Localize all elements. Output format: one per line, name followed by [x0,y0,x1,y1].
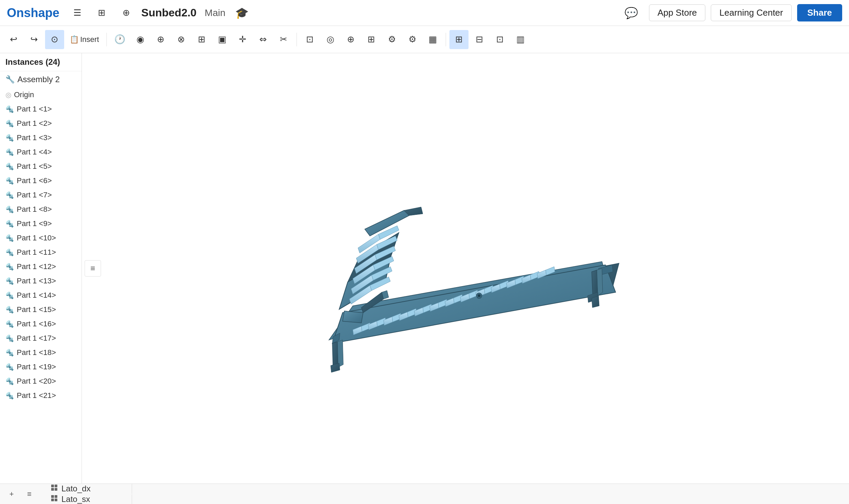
parts-button[interactable]: ◉ [131,30,150,49]
insert-icon: 📋 [70,35,79,44]
learning-center-button[interactable]: Learning Center [711,4,791,21]
tool2-button[interactable]: ⊞ [362,30,381,49]
tab-list-button[interactable]: ≡ [22,487,37,502]
sidebar-item-label-17: Part 1 <17> [17,334,56,343]
sidebar-item-label-2: Part 1 <2> [17,119,52,128]
sidebar-item-label-9: Part 1 <9> [17,219,52,228]
view-mode-button[interactable]: ⊞ [92,3,111,23]
share-button[interactable]: Share [797,4,842,21]
sidebar-item-7[interactable]: 🔩Part 1 <7> [0,188,82,202]
3d-viewport[interactable]: ≡ [82,53,849,484]
collapse-sidebar-button[interactable]: ≡ [85,260,101,277]
sidebar-item-8[interactable]: 🔩Part 1 <8> [0,202,82,217]
sidebar-item-label-16: Part 1 <16> [17,320,56,328]
sidebar-item-15[interactable]: 🔩Part 1 <15> [0,302,82,317]
select-button[interactable]: ⊙ [45,30,64,49]
sidebar-item-5[interactable]: 🔩Part 1 <5> [0,159,82,174]
sidebar-item-4[interactable]: 🔩Part 1 <4> [0,145,82,159]
move-button[interactable]: ✛ [233,30,252,49]
view3-button[interactable]: ⊟ [470,30,489,49]
hamburger-button[interactable]: ☰ [68,3,87,23]
sidebar-item-label-18: Part 1 <18> [17,348,56,357]
main-area: Instances (24) 🔧 Assembly 2 ◎Origin🔩Part… [0,53,849,484]
grid-button[interactable]: ▦ [423,30,442,49]
explode-button[interactable]: ⊕ [341,30,360,49]
svg-marker-32 [597,268,603,296]
sidebar-item-21[interactable]: 🔩Part 1 <21> [0,388,82,403]
bottom-tabs-bar: + ≡ Lato_dxLato_sxcentrodoghedoghe_soste… [0,484,849,504]
tool1-button[interactable]: ◎ [321,30,340,49]
flip-button[interactable]: ⇔ [254,30,273,49]
document-title: Sunbed2.0 [141,6,197,19]
sidebar-item-label-15: Part 1 <15> [17,305,56,314]
document-branch: Main [205,8,226,18]
sidebar-item-label-3: Part 1 <3> [17,133,52,142]
animate-button[interactable]: 🕐 [110,30,129,49]
sidebar-item-label-21: Part 1 <21> [17,391,56,400]
part-icon: 🔩 [5,349,14,357]
sidebar-item-label-1: Part 1 <1> [17,105,52,114]
sidebar-item-3[interactable]: 🔩Part 1 <3> [0,131,82,145]
part-icon: 🔩 [5,306,14,314]
chat-icon[interactable]: 💬 [624,6,638,19]
render-button[interactable]: ▥ [511,30,530,49]
part-icon: 🔩 [5,377,14,385]
sidebar-item-1[interactable]: 🔩Part 1 <1> [0,102,82,116]
mates-button[interactable]: ⊕ [151,30,170,49]
svg-rect-64 [55,495,57,498]
svg-rect-60 [55,485,57,487]
part-icon: 🔩 [5,191,14,199]
part-icon: 🔩 [5,291,14,299]
sidebar-item-2[interactable]: 🔩Part 1 <2> [0,116,82,131]
part-icon: 🔩 [5,363,14,371]
header: Onshape ☰ ⊞ ⊕ Sunbed2.0 Main 🎓 💬 App Sto… [0,0,849,26]
pattern2-button[interactable]: ▣ [213,30,232,49]
part-icon: 🔩 [5,277,14,285]
redo-button[interactable]: ↪ [25,30,44,49]
add-document-button[interactable]: ⊕ [117,3,136,23]
sidebar-item-19[interactable]: 🔩Part 1 <19> [0,360,82,374]
bottom-controls: + ≡ [0,484,41,504]
toolbar: ↩ ↪ ⊙ 📋 Insert 🕐 ◉ ⊕ ⊗ ⊞ ▣ ✛ ⇔ ✂ ⊡ ◎ ⊕ ⊞… [0,26,849,53]
sidebar: Instances (24) 🔧 Assembly 2 ◎Origin🔩Part… [0,53,82,484]
onshape-logo: Onshape [7,6,59,20]
sidebar-item-label-4: Part 1 <4> [17,148,52,157]
sidebar-item-18[interactable]: 🔩Part 1 <18> [0,345,82,360]
undo-button[interactable]: ↩ [4,30,23,49]
fastener-button[interactable]: ⊗ [172,30,191,49]
settings-button[interactable]: ⚙ [403,30,422,49]
sidebar-item-6[interactable]: 🔩Part 1 <6> [0,174,82,188]
part-icon: 🔩 [5,105,14,113]
sidebar-item-17[interactable]: 🔩Part 1 <17> [0,331,82,345]
tab-lato_dx[interactable]: Lato_dx [41,484,132,494]
tab-lato_sx[interactable]: Lato_sx [41,494,132,504]
view4-button[interactable]: ⊡ [490,30,509,49]
svg-rect-61 [51,488,54,491]
sidebar-item-13[interactable]: 🔩Part 1 <13> [0,274,82,288]
highlight-button[interactable]: ⊞ [449,30,469,49]
add-tab-button[interactable]: + [4,487,19,502]
svg-rect-63 [51,495,54,498]
pattern-button[interactable]: ⊞ [192,30,211,49]
sidebar-item-14[interactable]: 🔩Part 1 <14> [0,288,82,302]
sunbed-model [312,149,653,388]
svg-rect-59 [51,485,54,487]
insert-button[interactable]: 📋 Insert [66,30,103,49]
sidebar-item-0[interactable]: ◎Origin [0,88,82,102]
svg-marker-54 [343,311,363,323]
assembly-root-item[interactable]: 🔧 Assembly 2 [0,71,82,88]
sidebar-item-16[interactable]: 🔩Part 1 <16> [0,317,82,331]
sidebar-item-10[interactable]: 🔩Part 1 <10> [0,231,82,245]
mate-connector-button[interactable]: ⊡ [300,30,319,49]
sidebar-item-label-12: Part 1 <12> [17,262,56,271]
sidebar-item-label-19: Part 1 <19> [17,362,56,371]
insert-label: Insert [80,35,99,44]
app-store-button[interactable]: App Store [649,4,706,21]
sidebar-item-11[interactable]: 🔩Part 1 <11> [0,245,82,260]
group-button[interactable]: ⚙ [382,30,401,49]
sidebar-item-12[interactable]: 🔩Part 1 <12> [0,260,82,274]
svg-rect-65 [51,499,54,501]
sidebar-item-20[interactable]: 🔩Part 1 <20> [0,374,82,388]
sidebar-item-9[interactable]: 🔩Part 1 <9> [0,217,82,231]
trim-button[interactable]: ✂ [274,30,293,49]
